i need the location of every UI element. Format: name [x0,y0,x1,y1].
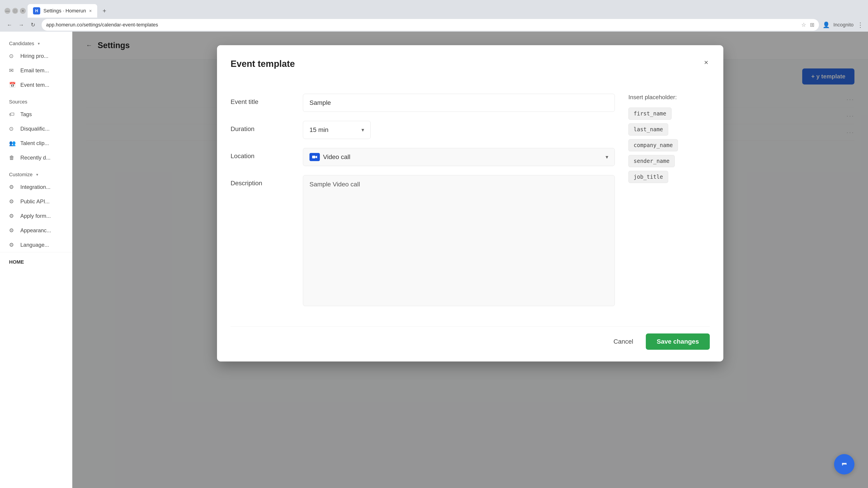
url-bar[interactable]: app.homerun.co/settings/calendar-event-t… [41,19,819,31]
candidates-chevron: ▾ [38,41,40,46]
duration-chevron-icon: ▾ [362,127,364,133]
duration-label: Duration [230,121,294,133]
app-layout: Candidates ▾ ⊙ Hiring pro... ✉ Email tem… [0,32,868,488]
recently-deleted-icon: 🗑 [9,155,16,161]
sidebar-section-customize[interactable]: Customize ▾ [0,169,72,180]
svg-rect-0 [312,156,315,158]
bookmark-icon[interactable]: ☆ [801,22,806,28]
sidebar-item-label: Language... [20,242,49,248]
sidebar-item-integrations[interactable]: ⚙ Integration... [0,180,72,194]
modal-title: Event template [230,59,295,69]
sidebar-item-language[interactable]: ⚙ Language... [0,238,72,252]
location-value: Video call [323,153,350,161]
forward-nav-button[interactable]: → [16,20,26,30]
tab-label: Settings · Homerun [43,8,86,14]
sidebar-item-label: Appearanc... [20,227,51,234]
modal-close-button[interactable]: × [700,57,712,68]
svg-point-3 [844,464,845,465]
svg-point-2 [843,464,844,465]
event-title-input[interactable] [303,94,615,112]
location-select[interactable]: Video call ▾ [303,148,615,166]
location-row: Location Video call ▾ [230,148,615,166]
maximize-button[interactable]: □ [12,8,18,14]
sidebar-item-event-templates[interactable]: 📅 Event tem... [0,78,72,92]
modal-body: Event title Duration 15 min ▾ [230,94,710,315]
tab-bar: — □ × H Settings · Homerun × + [0,0,868,18]
talent-clips-icon: 👥 [9,140,16,147]
address-bar: ← → ↻ app.homerun.co/settings/calendar-e… [0,18,868,32]
language-icon: ⚙ [9,242,16,248]
address-bar-extras[interactable]: 👤 Incognito ⋮ [823,21,864,29]
placeholder-chips: first_namelast_namecompany_namesender_na… [628,107,710,187]
video-call-icon [309,153,320,161]
back-nav-button[interactable]: ← [4,20,14,30]
duration-select[interactable]: 15 min ▾ [303,121,371,139]
sidebar-item-label: Tags [20,111,32,118]
window-controls[interactable]: — □ × [4,8,26,14]
sidebar-section-sources[interactable]: Sources [0,97,72,107]
location-chevron-icon: ▾ [606,154,608,160]
sidebar-item-label: Event tem... [20,82,49,88]
form-section: Event title Duration 15 min ▾ [230,94,615,315]
sidebar-item-talent-clips[interactable]: 👥 Talent clip... [0,136,72,151]
placeholder-chip-last_name[interactable]: last_name [628,123,668,135]
placeholder-chip-company_name[interactable]: company_name [628,139,678,151]
tags-icon: 🏷 [9,111,16,118]
event-title-label: Event title [230,94,294,105]
sidebar-item-label: Apply form... [20,213,51,219]
apply-form-icon: ⚙ [9,213,16,219]
customize-chevron: ▾ [36,172,38,177]
description-label: Description [230,175,294,187]
menu-icon[interactable]: ⋮ [857,21,864,29]
sidebar-item-label: Talent clip... [20,140,49,147]
placeholder-title: Insert placeholder: [628,94,710,101]
sidebar-item-public-api[interactable]: ⚙ Public API... [0,194,72,209]
extensions-icon[interactable]: ⊞ [810,22,814,28]
sidebar-item-label: Public API... [20,198,50,205]
description-row: Description Sample Video call [230,175,615,306]
browser-chrome: — □ × H Settings · Homerun × + ← → ↻ app… [0,0,868,32]
close-window-button[interactable]: × [20,8,26,14]
placeholder-chip-job_title[interactable]: job_title [628,171,668,183]
email-templates-icon: ✉ [9,67,16,74]
sidebar-item-apply-form[interactable]: ⚙ Apply form... [0,209,72,223]
svg-point-4 [845,464,846,465]
sidebar: Candidates ▾ ⊙ Hiring pro... ✉ Email tem… [0,32,72,488]
sidebar-item-hiring-process[interactable]: ⊙ Hiring pro... [0,49,72,63]
url-text: app.homerun.co/settings/calendar-event-t… [46,22,158,28]
sidebar-item-label: Hiring pro... [20,53,49,59]
profile-icon[interactable]: 👤 [823,22,830,29]
nav-buttons[interactable]: ← → ↻ [4,20,38,30]
location-label: Location [230,148,294,160]
sidebar-item-label: Disqualific... [20,126,50,132]
candidates-label: Candidates [9,41,34,46]
browser-tab[interactable]: H Settings · Homerun × [28,4,97,18]
sidebar-item-appearance[interactable]: ⚙ Appearanc... [0,223,72,238]
integrations-icon: ⚙ [9,184,16,190]
sidebar-item-label: Recently d... [20,155,51,161]
hiring-process-icon: ⊙ [9,53,16,59]
sidebar-item-recently-deleted[interactable]: 🗑 Recently d... [0,151,72,165]
sidebar-item-disqualify[interactable]: ⊙ Disqualific... [0,122,72,136]
save-changes-button[interactable]: Save changes [646,333,710,350]
placeholder-chip-sender_name[interactable]: sender_name [628,155,675,167]
sidebar-section-candidates[interactable]: Candidates ▾ [0,38,72,49]
chat-bubble-button[interactable] [834,454,855,475]
customize-label: Customize [9,172,33,177]
duration-row: Duration 15 min ▾ [230,121,615,139]
sidebar-item-label: Integration... [20,184,51,190]
sidebar-item-tags[interactable]: 🏷 Tags [0,107,72,122]
new-tab-button[interactable]: + [99,5,110,16]
minimize-button[interactable]: — [4,8,10,14]
modal-overlay: Event template × Event title D [72,32,868,488]
tab-close-button[interactable]: × [89,8,92,13]
sources-label: Sources [9,99,27,105]
reload-button[interactable]: ↻ [28,20,38,30]
placeholder-section: Insert placeholder: first_namelast_namec… [628,94,710,315]
sidebar-item-email-templates[interactable]: ✉ Email tem... [0,63,72,78]
description-textarea[interactable]: Sample Video call [303,175,615,306]
url-bar-icons: ☆ ⊞ [801,22,814,28]
placeholder-chip-first_name[interactable]: first_name [628,107,672,120]
cancel-button[interactable]: Cancel [606,334,640,349]
sidebar-item-label: Email tem... [20,67,49,74]
